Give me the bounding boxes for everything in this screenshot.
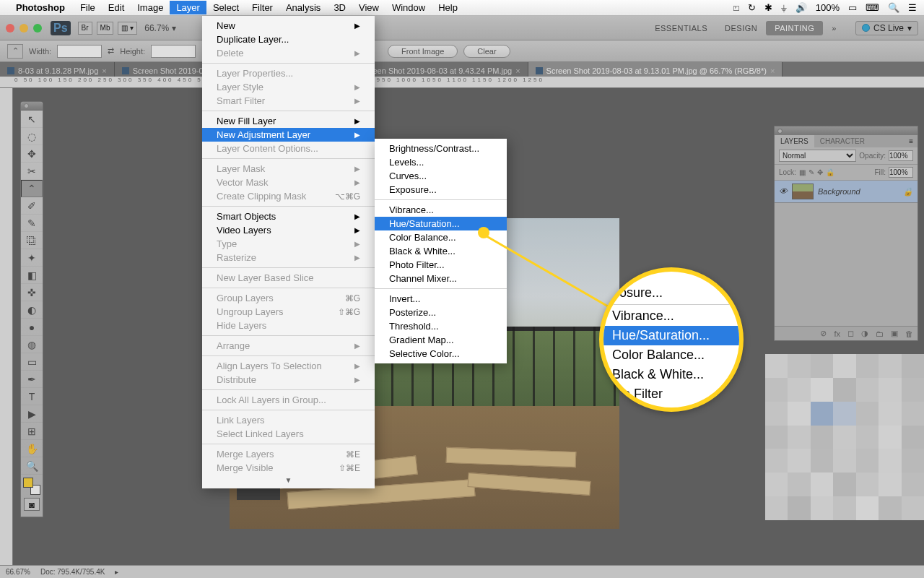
tool-0[interactable]: ↖	[21, 111, 43, 128]
tool-15[interactable]: ✒	[21, 371, 43, 388]
tool-17[interactable]: ▶	[21, 405, 43, 423]
menu-item-new-fill-layer[interactable]: New Fill Layer▶	[202, 114, 375, 128]
menu-item-smart-objects[interactable]: Smart Objects▶	[202, 210, 375, 223]
workspace-design[interactable]: DESIGN	[716, 21, 766, 35]
submenu-item-exposure-[interactable]: Exposure...	[375, 183, 507, 197]
close-tab-icon[interactable]: ×	[102, 66, 106, 75]
menu-analysis[interactable]: Analysis	[279, 1, 327, 14]
more-workspaces-button[interactable]: »	[823, 21, 845, 35]
visibility-icon[interactable]: 👁	[779, 186, 788, 197]
link-layers-icon[interactable]: ⊘	[820, 329, 827, 338]
cs-live-button[interactable]: CS Live ▾	[855, 21, 918, 35]
crop-tool-preset-icon[interactable]: ⌃	[7, 44, 23, 59]
tool-16[interactable]: T	[21, 388, 43, 405]
layer-name[interactable]: Background	[818, 187, 860, 196]
menu-edit[interactable]: Edit	[102, 1, 131, 14]
bridge-button[interactable]: Br	[78, 22, 92, 35]
battery-icon[interactable]: ▭	[848, 2, 857, 13]
tool-4[interactable]: ⌃	[21, 180, 43, 197]
submenu-item-channel-mixer-[interactable]: Channel Mixer...	[375, 272, 507, 285]
submenu-item-posterize-[interactable]: Posterize...	[375, 306, 507, 319]
app-name[interactable]: Photoshop	[16, 2, 65, 13]
minibridge-button[interactable]: Mb	[97, 22, 114, 35]
tool-18[interactable]: ⊞	[21, 423, 43, 440]
spotlight-icon[interactable]: 🔍	[888, 2, 899, 13]
lock-transparent-icon[interactable]: ▦	[799, 168, 806, 176]
swap-icon[interactable]: ⇄	[108, 46, 114, 56]
minimize-icon[interactable]	[19, 24, 28, 33]
quick-mask-button[interactable]: ◙	[24, 498, 40, 511]
tool-20[interactable]: 🔍	[21, 457, 43, 475]
tool-5[interactable]: ✐	[21, 197, 43, 215]
width-input[interactable]	[57, 45, 102, 58]
screen-mirror-icon[interactable]: ⏍	[733, 2, 739, 13]
menu-overflow-arrow-icon[interactable]: ▼	[202, 475, 375, 486]
workspace-painting[interactable]: PAINTING	[766, 21, 823, 35]
blend-mode-select[interactable]: Normal	[779, 150, 856, 162]
layer-mask-icon[interactable]: ◻	[847, 329, 854, 338]
tool-14[interactable]: ▭	[21, 353, 43, 371]
volume-icon[interactable]: 🔊	[796, 2, 807, 13]
tools-panel-header[interactable]	[21, 102, 43, 111]
menu-item-new[interactable]: New▶	[202, 19, 375, 33]
submenu-item-vibrance-[interactable]: Vibrance...	[375, 203, 507, 217]
lock-all-icon[interactable]: 🔒	[826, 168, 834, 176]
submenu-item-selective-color-[interactable]: Selective Color...	[375, 347, 507, 361]
tool-8[interactable]: ✦	[21, 249, 43, 267]
menu-item-new-adjustment-layer[interactable]: New Adjustment Layer▶	[202, 128, 375, 142]
workspace-essentials[interactable]: ESSENTIALS	[646, 21, 716, 35]
tool-12[interactable]: ●	[21, 319, 43, 336]
zoom-dropdown-icon[interactable]: ▾	[172, 23, 176, 33]
menu-item-video-layers[interactable]: Video Layers▶	[202, 223, 375, 237]
status-doc-info[interactable]: Doc: 795.4K/795.4K	[40, 568, 105, 576]
menu-item-duplicate-layer-[interactable]: Duplicate Layer...	[202, 33, 375, 46]
status-zoom[interactable]: 66.67%	[6, 568, 30, 576]
clear-button[interactable]: Clear	[463, 45, 510, 58]
front-image-button[interactable]: Front Image	[388, 45, 458, 58]
tool-9[interactable]: ◧	[21, 267, 43, 284]
opacity-input[interactable]	[889, 150, 913, 161]
document-tab[interactable]: 8-03 at 9.18.28 PM.jpg×	[0, 62, 115, 77]
input-source-icon[interactable]: ⌨	[866, 2, 879, 13]
close-tab-icon[interactable]: ×	[770, 66, 775, 75]
layer-style-icon[interactable]: fx	[834, 329, 840, 338]
timemachine-icon[interactable]: ↻	[748, 2, 756, 13]
submenu-item-gradient-map-[interactable]: Gradient Map...	[375, 333, 507, 347]
menu-help[interactable]: Help	[432, 1, 464, 14]
group-icon[interactable]: 🗀	[876, 329, 884, 338]
document-tab[interactable]: Screen Shot 2019-08-03 at 9.13.01 PM.jpg…	[528, 62, 783, 77]
panel-menu-icon[interactable]: ≡	[905, 135, 918, 147]
new-layer-icon[interactable]: ▣	[891, 329, 898, 338]
tool-7[interactable]: ⿻	[21, 232, 43, 249]
submenu-item-threshold-[interactable]: Threshold...	[375, 319, 507, 333]
adjustment-layer-icon[interactable]: ◑	[861, 329, 868, 338]
height-input[interactable]	[151, 45, 196, 58]
menu-window[interactable]: Window	[385, 1, 432, 14]
wifi-icon[interactable]: ⏚	[781, 2, 787, 13]
menu-view[interactable]: View	[352, 1, 385, 14]
layers-tab[interactable]: LAYERS	[775, 135, 814, 147]
submenu-item-levels-[interactable]: Levels...	[375, 155, 507, 169]
tool-2[interactable]: ✥	[21, 145, 43, 163]
color-swatches[interactable]	[23, 478, 40, 495]
submenu-item-photo-filter-[interactable]: Photo Filter...	[375, 258, 507, 272]
foreground-color-swatch[interactable]	[23, 478, 33, 488]
fill-input[interactable]	[889, 167, 913, 178]
tool-1[interactable]: ◌	[21, 128, 43, 145]
lock-position-icon[interactable]: ✥	[817, 168, 823, 176]
tool-11[interactable]: ◐	[21, 301, 43, 319]
tool-13[interactable]: ◍	[21, 336, 43, 353]
menu-3d[interactable]: 3D	[327, 1, 352, 14]
bluetooth-icon[interactable]: ✱	[764, 2, 772, 13]
layer-row-background[interactable]: 👁 Background 🔒	[775, 181, 918, 203]
view-extras-button[interactable]: ▥ ▾	[118, 22, 137, 35]
close-icon[interactable]	[6, 24, 14, 33]
tool-3[interactable]: ✂	[21, 163, 43, 180]
tool-6[interactable]: ✎	[21, 215, 43, 232]
zoom-icon[interactable]	[33, 24, 42, 33]
menu-file[interactable]: File	[74, 1, 102, 14]
delete-layer-icon[interactable]: 🗑	[905, 329, 913, 338]
notification-center-icon[interactable]: ☰	[908, 2, 917, 13]
tool-19[interactable]: ✋	[21, 440, 43, 457]
menu-layer[interactable]: Layer	[170, 1, 206, 14]
